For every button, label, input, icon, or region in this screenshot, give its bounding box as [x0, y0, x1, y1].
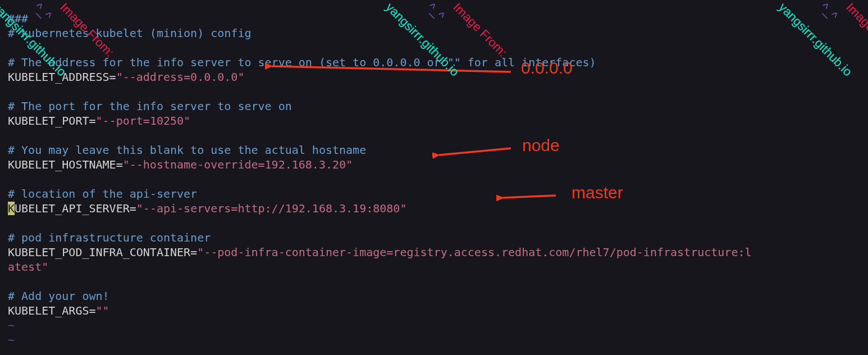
svg-line-2 [503, 195, 556, 198]
svg-line-0 [272, 66, 511, 72]
svg-line-1 [439, 148, 511, 155]
annotation-arrows [0, 0, 868, 355]
